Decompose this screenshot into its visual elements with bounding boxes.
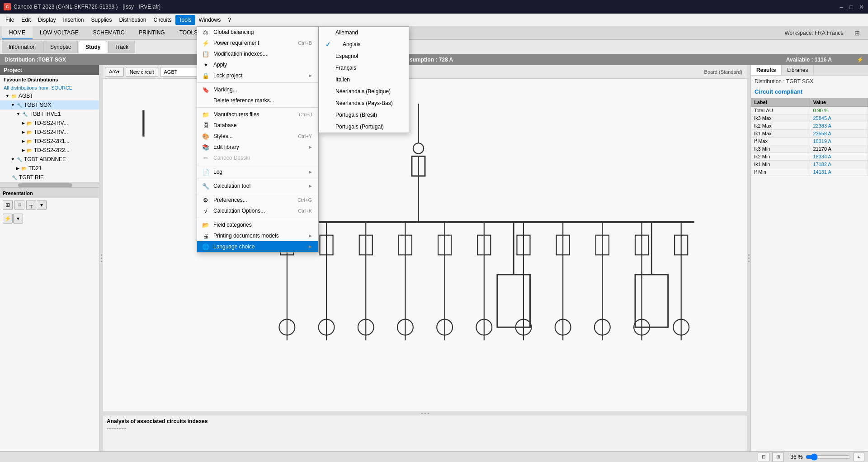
dropdown-btn[interactable]: ▾ xyxy=(37,200,47,210)
zoom-level: 36 % xyxy=(787,454,803,460)
tree-item-td-ss2-2r1[interactable]: ▶ 📂 TD-SS2-2R1... xyxy=(0,137,99,146)
table-row: If Min 14131 A xyxy=(751,168,868,176)
menu-edit[interactable]: Edit xyxy=(18,15,34,25)
menu-circuits[interactable]: Circuits xyxy=(150,15,175,25)
minimize-button[interactable]: – xyxy=(838,4,844,10)
distribution-select[interactable]: AGBT TGBT SGX xyxy=(160,67,214,77)
menu-file[interactable]: File xyxy=(2,15,18,25)
diagram-icon[interactable]: ┬ xyxy=(26,200,36,210)
zoom-fit-button[interactable]: ⊞ xyxy=(772,452,784,462)
menu-insertion[interactable]: Insertion xyxy=(59,15,87,25)
node-icon-sgx: 🔧 xyxy=(16,101,23,109)
folder-icon-4: 📂 xyxy=(26,147,33,154)
tree-item-td-ss2-irv1[interactable]: ▶ 📂 TD-SS2-IRV... xyxy=(0,119,99,128)
presentation-label: Presentation xyxy=(0,187,99,198)
consumption-label: Consumption : 728 A xyxy=(399,57,453,63)
node-icon-abonnee: 🔧 xyxy=(16,156,23,163)
expand-icon-td21: ▶ xyxy=(16,166,19,171)
available-icon: ⚡ xyxy=(841,57,863,63)
project-title: Project xyxy=(0,65,99,75)
bottom-analysis-bar: Analysis of associated circuits indexes … xyxy=(103,415,747,451)
table-row: Total ΔU 0.90 % xyxy=(751,107,868,114)
result-value: 22558 A xyxy=(810,130,868,138)
ribbon-tab-printing[interactable]: PRINTING xyxy=(132,26,172,39)
result-label: Total ΔU xyxy=(751,107,810,114)
result-label: Ik3 Min xyxy=(751,145,810,153)
schematic-svg xyxy=(103,79,747,411)
folder-icon-2: 📂 xyxy=(26,129,33,136)
dist-header: Distribution :TGBT SGX Consumption : 728… xyxy=(0,54,868,65)
ribbon-tab-home[interactable]: HOME xyxy=(2,26,33,39)
result-value: 21170 A xyxy=(810,145,868,153)
analysis-title: Analysis of associated circuits indexes xyxy=(107,418,743,424)
nav-tab-information[interactable]: Information xyxy=(2,41,42,53)
ribbon-tab-tools[interactable]: TOOLS xyxy=(172,26,205,39)
expand-icon-1: ▶ xyxy=(22,121,25,125)
ribbon-tab-lowvoltage[interactable]: LOW VOLTAGE xyxy=(33,26,86,39)
close-button[interactable]: ✕ xyxy=(858,4,864,10)
node-icon-rie: 🔧 xyxy=(11,174,18,181)
board-label: Board (Standard) xyxy=(704,69,745,75)
result-label: Ik1 Min xyxy=(751,161,810,168)
aa-button[interactable]: A/A▾ xyxy=(105,67,124,77)
collapse-icon-irve1: ▼ xyxy=(16,112,20,116)
ribbon-tab-schematic[interactable]: SCHEMATIC xyxy=(86,26,132,39)
nav-tab-track[interactable]: Track xyxy=(108,41,135,53)
circuit-icon[interactable]: ⚡ xyxy=(3,214,13,224)
vertical-splitter[interactable] xyxy=(103,411,747,415)
folder-icon-td21: 📂 xyxy=(20,165,28,172)
result-label: Ik3 Max xyxy=(751,114,810,122)
zoom-in-button[interactable]: + xyxy=(854,452,864,462)
result-label: If Min xyxy=(751,168,810,176)
menu-tools[interactable]: Tools xyxy=(175,15,195,25)
right-splitter[interactable] xyxy=(747,65,750,451)
nav-tab-synoptic[interactable]: Synoptic xyxy=(43,41,78,53)
ribbon-expand-icon[interactable]: ⊞ xyxy=(848,26,866,39)
expand-icon-4: ▶ xyxy=(22,148,25,152)
collapse-icon: ▼ xyxy=(5,94,9,98)
nav-tab-study[interactable]: Study xyxy=(79,41,107,53)
tree-item-tgbt-irve1[interactable]: ▼ 🔧 TGBT IRVE1 xyxy=(0,110,99,119)
menu-distribution[interactable]: Distribution xyxy=(115,15,150,25)
tree-item-tgbt-sgx[interactable]: ▼ 🔧 TGBT SGX xyxy=(0,100,99,110)
expand-icon-3: ▶ xyxy=(22,139,25,143)
tree-item-td-ss2-2r2[interactable]: ▶ 📂 TD-SS2-2R2... xyxy=(0,146,99,155)
new-circuit-button[interactable]: New circuit xyxy=(126,67,158,77)
result-value: 18334 A xyxy=(810,153,868,161)
title-bar-left: C Caneco-BT 2023 (CAN1-SKFR726-51399 ) -… xyxy=(4,3,160,10)
title-bar-controls: – □ ✕ xyxy=(838,4,864,10)
presentation-icons: ⊞ ≡ ┬ ▾ xyxy=(0,198,99,212)
tree-item-tgbt-rie[interactable]: 🔧 TGBT RIE xyxy=(0,173,99,182)
tree-item-tgbt-abonnee[interactable]: ▼ 🔧 TGBT ABONNEE xyxy=(0,155,99,164)
col-label: Label xyxy=(751,98,810,107)
folder-icon-1: 📂 xyxy=(26,119,33,127)
fit-view-button[interactable]: ⊡ xyxy=(758,452,769,462)
folder-icon-agbt: 📁 xyxy=(10,92,18,100)
tree-item-agbt[interactable]: ▼ 📁 AGBT xyxy=(0,91,99,100)
menu-supplies[interactable]: Supplies xyxy=(87,15,115,25)
result-value: 18319 A xyxy=(810,138,868,145)
maximize-button[interactable]: □ xyxy=(848,4,854,10)
results-tab[interactable]: Results xyxy=(751,65,782,75)
zoom-slider[interactable] xyxy=(806,453,851,461)
tree-item-td-ss2-irv2[interactable]: ▶ 📂 TD-SS2-IRV... xyxy=(0,128,99,137)
menu-help[interactable]: ? xyxy=(224,15,235,25)
table-row: Ik2 Min 18334 A xyxy=(751,153,868,161)
length-input[interactable] xyxy=(254,67,290,77)
list-view-icon[interactable]: ≡ xyxy=(14,200,24,210)
circuit-dropdown[interactable]: ▾ xyxy=(13,214,23,224)
libraries-tab[interactable]: Libraries xyxy=(782,65,814,75)
menu-display[interactable]: Display xyxy=(34,15,59,25)
expand-icon-abonnee: ▼ xyxy=(11,157,15,162)
horizontal-scrollbar[interactable] xyxy=(0,182,99,187)
left-splitter[interactable] xyxy=(99,65,103,451)
distribution-input[interactable] xyxy=(225,67,252,77)
s-label: S xyxy=(216,69,223,75)
menu-windows[interactable]: Windows xyxy=(195,15,225,25)
grid-view-icon[interactable]: ⊞ xyxy=(3,200,13,210)
tree-item-td21[interactable]: ▶ 📂 TD21 xyxy=(0,164,99,173)
status-bar: ⊡ ⊞ 36 % + xyxy=(0,451,868,462)
extra-icons-row2: ⚡ ▾ xyxy=(3,214,96,224)
nav-tabs: Information Synoptic Study Track xyxy=(0,40,868,54)
extra-icon-row: ⚡ ▾ xyxy=(0,212,99,225)
